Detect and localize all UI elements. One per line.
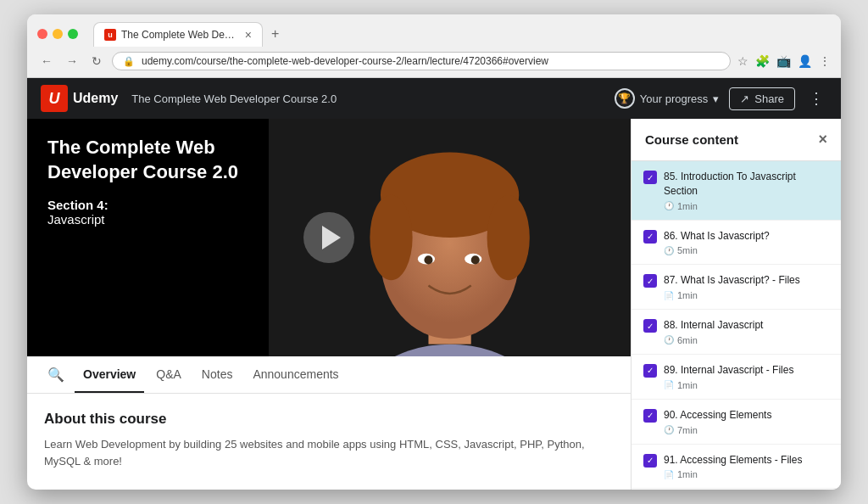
sidebar-item-content: 90. Accessing Elements 🕐 7min: [664, 408, 829, 435]
sidebar-item-meta: 🕐 6min: [664, 335, 829, 345]
svg-point-5: [370, 195, 412, 281]
svg-point-9: [424, 255, 432, 264]
video-player[interactable]: The Complete Web Developer Course 2.0 Se…: [27, 119, 631, 356]
sidebar-checkbox: ✓: [643, 171, 657, 184]
sidebar-item-duration: 6min: [677, 335, 698, 345]
sidebar-item-title: 91. Accessing Elements - Files: [664, 453, 829, 468]
cast-icon[interactable]: 📺: [776, 54, 791, 68]
more-options-button[interactable]: ⋮: [805, 86, 827, 111]
sidebar-item-title: 87. What Is Javascript? - Files: [664, 273, 829, 288]
course-overview: About this course Learn Web Development …: [27, 394, 631, 490]
url-input[interactable]: [142, 55, 720, 67]
sidebar-item-content: 86. What Is Javascript? 🕐 5min: [664, 229, 829, 256]
svg-point-10: [471, 255, 480, 264]
progress-button[interactable]: 🏆 Your progress ▾: [615, 88, 719, 109]
section-number: Section 4:: [47, 198, 108, 212]
svg-point-6: [487, 195, 529, 281]
sidebar-item-meta: 🕐 7min: [664, 425, 829, 435]
course-tabs: 🔍 Overview Q&A Notes Announcements: [27, 356, 631, 394]
progress-label: Your progress: [640, 92, 708, 105]
forward-button[interactable]: →: [63, 53, 81, 70]
video-course-title: The Complete Web Developer Course 2.0: [47, 136, 238, 184]
sidebar-item[interactable]: ✓ 85. Introduction To Javascript Section…: [632, 161, 841, 221]
sidebar-item[interactable]: ✓ 91. Accessing Elements - Files 📄 1min: [632, 445, 841, 490]
sidebar-item-meta: 🕐 5min: [664, 245, 829, 255]
main-area: The Complete Web Developer Course 2.0 Se…: [27, 119, 841, 490]
star-icon[interactable]: ☆: [737, 54, 748, 68]
sidebar-item[interactable]: ✓ 90. Accessing Elements 🕐 7min: [632, 400, 841, 445]
video-section: The Complete Web Developer Course 2.0 Se…: [27, 119, 631, 490]
window-close-button[interactable]: [37, 29, 47, 39]
sidebar-item-content: 91. Accessing Elements - Files 📄 1min: [664, 453, 829, 480]
tab-favicon: u: [104, 29, 116, 41]
sidebar-item-duration: 5min: [677, 245, 698, 255]
sidebar-item[interactable]: ✓ 89. Internal Javascript - Files 📄 1min: [632, 355, 841, 400]
sidebar-item-meta: 📄 1min: [664, 290, 829, 300]
tab-overview[interactable]: Overview: [75, 357, 144, 393]
sidebar-list: ✓ 85. Introduction To Javascript Section…: [632, 161, 841, 490]
back-button[interactable]: ←: [37, 53, 56, 70]
trophy-icon: 🏆: [615, 88, 635, 109]
sidebar-item-title: 89. Internal Javascript - Files: [664, 363, 829, 378]
share-label: Share: [754, 92, 784, 105]
browser-addressbar: ← → ↻ 🔒 ☆ 🧩 📺 👤 ⋮: [27, 47, 841, 77]
new-tab-button[interactable]: +: [263, 21, 287, 47]
tab-title: The Complete Web Developer...: [121, 29, 240, 41]
active-tab[interactable]: u The Complete Web Developer... ×: [93, 22, 263, 47]
sidebar-checkbox: ✓: [643, 274, 657, 288]
sidebar-item-duration: 7min: [677, 425, 698, 435]
tab-qa[interactable]: Q&A: [147, 357, 190, 393]
browser-actions: ☆ 🧩 📺 👤 ⋮: [737, 54, 831, 68]
play-button[interactable]: [303, 212, 354, 263]
udemy-text: Udemy: [73, 91, 118, 106]
extension-icon[interactable]: 🧩: [755, 54, 770, 68]
refresh-button[interactable]: ↻: [88, 53, 105, 70]
video-overlay: The Complete Web Developer Course 2.0 Se…: [47, 136, 238, 227]
sidebar-item[interactable]: ✓ 87. What Is Javascript? - Files 📄 1min: [632, 265, 841, 310]
course-title-nav: The Complete Web Developer Course 2.0: [131, 92, 614, 105]
play-triangle-icon: [322, 226, 341, 249]
sidebar-checkbox: ✓: [643, 454, 657, 468]
sidebar-item-content: 88. Internal Javascript 🕐 6min: [664, 318, 829, 345]
course-sidebar: Course content × ✓ 85. Introduction To J…: [631, 119, 841, 490]
browser-chrome: u The Complete Web Developer... × + ← → …: [27, 14, 841, 78]
sidebar-item[interactable]: ✓ 86. What Is Javascript? 🕐 5min: [632, 221, 841, 266]
sidebar-item-title: 86. What Is Javascript?: [664, 229, 829, 244]
about-title: About this course: [44, 411, 614, 428]
share-icon: ↗: [740, 92, 749, 105]
tab-announcements[interactable]: Announcements: [244, 357, 347, 393]
about-text: Learn Web Development by building 25 web…: [44, 436, 614, 469]
sidebar-item-duration: 1min: [677, 201, 698, 211]
browser-titlebar: u The Complete Web Developer... × +: [27, 14, 841, 47]
video-section-label: Section 4: Javascript: [47, 198, 238, 227]
sidebar-item-content: 85. Introduction To Javascript Section 🕐…: [664, 170, 829, 211]
nav-actions: 🏆 Your progress ▾ ↗ Share ⋮: [615, 86, 827, 111]
window-controls: [37, 29, 78, 39]
menu-icon[interactable]: ⋮: [819, 54, 831, 68]
profile-icon[interactable]: 👤: [798, 54, 812, 68]
sidebar-item-title: 85. Introduction To Javascript Section: [664, 170, 829, 199]
sidebar-item-duration: 1min: [677, 380, 698, 390]
sidebar-item-content: 87. What Is Javascript? - Files 📄 1min: [664, 273, 829, 300]
window-maximize-button[interactable]: [68, 29, 78, 39]
sidebar-close-button[interactable]: ×: [818, 131, 827, 148]
sidebar-item-content: 89. Internal Javascript - Files 📄 1min: [664, 363, 829, 390]
sidebar-item-meta: 🕐 1min: [664, 201, 829, 211]
tab-notes[interactable]: Notes: [193, 357, 242, 393]
sidebar-item[interactable]: ✓ 92. Responding To A Click 🕐 7min: [632, 489, 841, 490]
tab-close-icon[interactable]: ×: [245, 28, 252, 42]
sidebar-checkbox: ✓: [643, 409, 657, 423]
progress-chevron: ▾: [713, 92, 719, 105]
sidebar-title: Course content: [645, 132, 738, 147]
address-bar[interactable]: 🔒: [112, 52, 731, 70]
sidebar-item-meta: 📄 1min: [664, 380, 829, 390]
lock-icon: 🔒: [123, 56, 135, 67]
search-icon[interactable]: 🔍: [41, 356, 71, 393]
sidebar-item[interactable]: ✓ 88. Internal Javascript 🕐 6min: [632, 310, 841, 355]
sidebar-item-duration: 1min: [677, 290, 698, 300]
share-button[interactable]: ↗ Share: [729, 87, 795, 110]
window-minimize-button[interactable]: [53, 29, 63, 39]
sidebar-checkbox: ✓: [643, 319, 657, 333]
section-name: Javascript: [47, 212, 105, 227]
app-content: U Udemy The Complete Web Developer Cours…: [27, 78, 841, 490]
